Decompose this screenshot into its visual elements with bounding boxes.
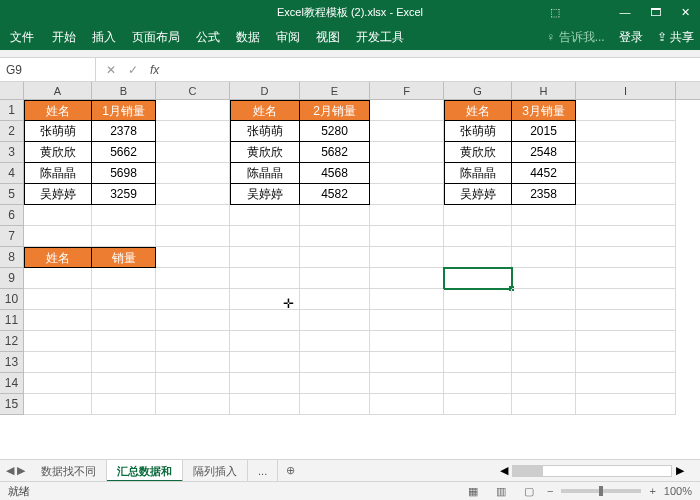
close-icon[interactable]: ✕ — [670, 0, 700, 24]
share-button[interactable]: ⇪ 共享 — [651, 24, 700, 50]
cell-G4[interactable]: 陈晶晶 — [444, 163, 512, 184]
cell-F9[interactable] — [370, 268, 444, 289]
cell-C11[interactable] — [156, 310, 230, 331]
cell-F11[interactable] — [370, 310, 444, 331]
cell-C1[interactable] — [156, 100, 230, 121]
zoom-slider[interactable] — [561, 489, 641, 493]
cell-A2[interactable]: 张萌萌 — [24, 121, 92, 142]
view-normal-icon[interactable]: ▦ — [463, 485, 483, 498]
tell-me-input[interactable]: ♀ 告诉我... — [540, 24, 610, 50]
row-head-8[interactable]: 8 — [0, 247, 24, 268]
cell-D7[interactable] — [230, 226, 300, 247]
cell-G14[interactable] — [444, 373, 512, 394]
cell-G2[interactable]: 张萌萌 — [444, 121, 512, 142]
sheet-tab-1[interactable]: 汇总数据和 — [107, 460, 183, 482]
cell-G8[interactable] — [444, 247, 512, 268]
login-button[interactable]: 登录 — [611, 24, 651, 50]
col-head-B[interactable]: B — [92, 82, 156, 99]
cell-B1[interactable]: 1月销量 — [92, 100, 156, 121]
cell-I2[interactable] — [576, 121, 676, 142]
cell-C12[interactable] — [156, 331, 230, 352]
cell-C9[interactable] — [156, 268, 230, 289]
cell-I15[interactable] — [576, 394, 676, 415]
cell-A4[interactable]: 陈晶晶 — [24, 163, 92, 184]
cell-A6[interactable] — [24, 205, 92, 226]
cell-G3[interactable]: 黄欣欣 — [444, 142, 512, 163]
cell-I14[interactable] — [576, 373, 676, 394]
cell-B6[interactable] — [92, 205, 156, 226]
cancel-formula-icon[interactable]: ✕ — [106, 63, 116, 77]
cell-D6[interactable] — [230, 205, 300, 226]
cell-B11[interactable] — [92, 310, 156, 331]
cell-C5[interactable] — [156, 184, 230, 205]
sheet-tab-0[interactable]: 数据找不同 — [31, 460, 107, 482]
cell-F5[interactable] — [370, 184, 444, 205]
cell-I13[interactable] — [576, 352, 676, 373]
cell-C3[interactable] — [156, 142, 230, 163]
cell-B7[interactable] — [92, 226, 156, 247]
cell-E6[interactable] — [300, 205, 370, 226]
col-head-I[interactable]: I — [576, 82, 676, 99]
col-head-G[interactable]: G — [444, 82, 512, 99]
zoom-in-icon[interactable]: + — [649, 485, 655, 497]
cell-D12[interactable] — [230, 331, 300, 352]
cell-H5[interactable]: 2358 — [512, 184, 576, 205]
add-sheet-icon[interactable]: ⊕ — [278, 464, 303, 477]
cell-H4[interactable]: 4452 — [512, 163, 576, 184]
sheet-nav-icon[interactable]: ◀ ▶ — [0, 464, 31, 477]
cell-C8[interactable] — [156, 247, 230, 268]
col-head-H[interactable]: H — [512, 82, 576, 99]
cell-D9[interactable] — [230, 268, 300, 289]
cell-E13[interactable] — [300, 352, 370, 373]
cell-G15[interactable] — [444, 394, 512, 415]
spreadsheet-grid[interactable]: ABCDEFGHI 1姓名1月销量姓名2月销量姓名3月销量2张萌萌2378张萌萌… — [0, 82, 700, 415]
cell-C10[interactable] — [156, 289, 230, 310]
col-head-F[interactable]: F — [370, 82, 444, 99]
cell-B13[interactable] — [92, 352, 156, 373]
cell-A8[interactable]: 姓名 — [24, 247, 92, 268]
cell-B2[interactable]: 2378 — [92, 121, 156, 142]
cell-A3[interactable]: 黄欣欣 — [24, 142, 92, 163]
cell-E11[interactable] — [300, 310, 370, 331]
cell-B10[interactable] — [92, 289, 156, 310]
cell-G6[interactable] — [444, 205, 512, 226]
cell-D5[interactable]: 吴婷婷 — [230, 184, 300, 205]
cell-D2[interactable]: 张萌萌 — [230, 121, 300, 142]
cell-G12[interactable] — [444, 331, 512, 352]
row-head-5[interactable]: 5 — [0, 184, 24, 205]
cell-F3[interactable] — [370, 142, 444, 163]
row-head-7[interactable]: 7 — [0, 226, 24, 247]
ribbon-tab-layout[interactable]: 页面布局 — [124, 24, 188, 50]
hscrollbar[interactable] — [512, 465, 672, 477]
cell-B4[interactable]: 5698 — [92, 163, 156, 184]
file-tab[interactable]: 文件 — [0, 24, 44, 50]
cell-G13[interactable] — [444, 352, 512, 373]
cell-F6[interactable] — [370, 205, 444, 226]
cell-C7[interactable] — [156, 226, 230, 247]
cell-B14[interactable] — [92, 373, 156, 394]
cell-E7[interactable] — [300, 226, 370, 247]
cell-B9[interactable] — [92, 268, 156, 289]
cell-F4[interactable] — [370, 163, 444, 184]
zoom-out-icon[interactable]: − — [547, 485, 553, 497]
cell-G9[interactable] — [444, 268, 512, 289]
ribbon-tab-view[interactable]: 视图 — [308, 24, 348, 50]
cell-E14[interactable] — [300, 373, 370, 394]
col-head-E[interactable]: E — [300, 82, 370, 99]
cell-C2[interactable] — [156, 121, 230, 142]
cell-D11[interactable] — [230, 310, 300, 331]
cell-E9[interactable] — [300, 268, 370, 289]
cell-H12[interactable] — [512, 331, 576, 352]
confirm-formula-icon[interactable]: ✓ — [128, 63, 138, 77]
cell-E4[interactable]: 4568 — [300, 163, 370, 184]
cell-F12[interactable] — [370, 331, 444, 352]
ribbon-tab-review[interactable]: 审阅 — [268, 24, 308, 50]
cell-A14[interactable] — [24, 373, 92, 394]
cell-E3[interactable]: 5682 — [300, 142, 370, 163]
cell-F1[interactable] — [370, 100, 444, 121]
cell-F2[interactable] — [370, 121, 444, 142]
cell-C4[interactable] — [156, 163, 230, 184]
cell-I8[interactable] — [576, 247, 676, 268]
row-head-4[interactable]: 4 — [0, 163, 24, 184]
cell-I3[interactable] — [576, 142, 676, 163]
